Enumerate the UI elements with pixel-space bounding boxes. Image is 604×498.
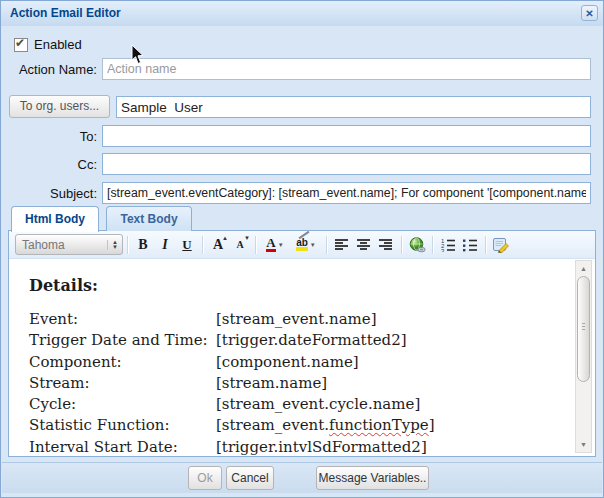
font-color-icon: A <box>266 237 275 252</box>
subject-label: Subject: <box>1 186 97 201</box>
align-center-icon <box>356 238 372 252</box>
to-label: To: <box>1 129 97 144</box>
cancel-button[interactable]: Cancel <box>226 466 274 490</box>
scroll-up-icon: ▲ <box>580 265 587 272</box>
toolbar-separator <box>401 236 402 254</box>
highlight-icon: ab <box>296 238 308 251</box>
toolbar-separator <box>202 236 203 254</box>
dropdown-arrow-icon: ▼ <box>278 242 284 248</box>
close-button[interactable]: ✕ <box>581 5 598 21</box>
font-color-button[interactable]: A ▼ <box>260 234 290 255</box>
editor-row-value: [trigger.dateFormatted2] <box>216 330 407 351</box>
shrink-font-button[interactable]: A ▼ <box>229 234 251 255</box>
dropdown-arrow-icon: ▼ <box>310 242 316 248</box>
editor-row-label: Event: <box>29 309 216 330</box>
ordered-list-button[interactable]: 123 <box>437 234 459 255</box>
enabled-checkbox[interactable]: ✔ <box>14 38 28 52</box>
shrink-arrow-icon: ▼ <box>244 235 250 241</box>
highlight-color-button[interactable]: ab ▼ <box>290 234 322 255</box>
align-left-button[interactable] <box>331 234 353 255</box>
editor-row: Component:[component.name] <box>29 352 566 373</box>
editor-rows: Event:[stream_event.name]Trigger Date an… <box>29 309 566 455</box>
scrollbar-thumb[interactable] <box>577 276 590 382</box>
toolbar-separator <box>485 236 486 254</box>
scrollbar-grip-icon <box>582 323 585 332</box>
titlebar[interactable]: Action Email Editor ✕ <box>1 1 603 26</box>
toolbar-separator <box>432 236 433 254</box>
editor-row-value: [stream_event.name] <box>216 309 377 330</box>
cc-input[interactable] <box>102 153 591 175</box>
toolbar-separator <box>326 236 327 254</box>
action-email-editor-dialog: Action Email Editor ✕ ✔ Enabled Action N… <box>0 0 604 498</box>
message-variables-button[interactable]: Message Variables.. <box>316 466 429 490</box>
editor-row-label: Statistic Function: <box>29 415 216 436</box>
ordered-list-icon: 123 <box>440 237 456 252</box>
editor-row-value: [component.name] <box>216 352 359 373</box>
body-tabs: Html Body Text Body <box>11 206 195 232</box>
spinner-down-icon: ▼ <box>112 245 118 250</box>
font-name: Tahoma <box>16 238 107 252</box>
ok-button[interactable]: Ok <box>188 466 222 490</box>
editor-row-value: [stream_event.cycle.name] <box>216 394 420 415</box>
svg-text:3: 3 <box>441 248 445 253</box>
editor-row-label: Stream: <box>29 373 216 394</box>
italic-button[interactable]: I <box>154 234 176 255</box>
align-center-button[interactable] <box>353 234 375 255</box>
toolbar-separator <box>127 236 128 254</box>
action-name-input[interactable] <box>102 58 591 80</box>
editor-scrollbar[interactable]: ▲ ▼ <box>575 260 592 453</box>
bullet-list-icon <box>462 237 478 252</box>
source-edit-icon <box>493 237 510 253</box>
subject-input[interactable] <box>102 182 591 204</box>
editor-row-label: Component: <box>29 352 216 373</box>
close-icon: ✕ <box>585 8 593 19</box>
cc-label: Cc: <box>1 157 97 172</box>
scroll-down-button[interactable]: ▼ <box>576 437 591 452</box>
editor-row: Statistic Function:[stream_event.functio… <box>29 415 566 436</box>
footer-bar: Ok Cancel Message Variables.. <box>2 462 602 493</box>
scroll-down-icon: ▼ <box>580 441 587 448</box>
check-icon: ✔ <box>15 36 25 50</box>
to-input[interactable] <box>102 125 591 147</box>
grow-font-button[interactable]: A ▲ <box>207 234 229 255</box>
globe-link-icon <box>409 237 426 253</box>
bold-button[interactable]: B <box>132 234 154 255</box>
to-org-users-button[interactable]: To org. users... <box>9 95 110 118</box>
editor-row-label: Cycle: <box>29 394 216 415</box>
editor-row: Trigger Date and Time:[trigger.dateForma… <box>29 330 566 351</box>
editor-row-value: [stream_event.functionType] <box>216 415 435 436</box>
align-right-icon <box>378 238 394 252</box>
editor-row-value: [stream.name] <box>216 373 327 394</box>
underline-button[interactable]: U <box>176 234 198 255</box>
html-body-panel: Tahoma ▲ ▼ B I U A ▲ A ▼ <box>8 230 596 457</box>
editor-row-value: [trigger.intvlSdFormatted2] <box>216 437 427 455</box>
editor-row-label: Interval Start Date: <box>29 437 216 455</box>
font-select[interactable]: Tahoma ▲ ▼ <box>15 234 123 255</box>
enabled-label: Enabled <box>34 37 82 52</box>
font-spinner[interactable]: ▲ ▼ <box>107 240 122 250</box>
tab-html-body[interactable]: Html Body <box>11 206 99 232</box>
grow-arrow-icon: ▲ <box>222 235 228 241</box>
editor-toolbar: Tahoma ▲ ▼ B I U A ▲ A ▼ <box>9 231 595 259</box>
insert-link-button[interactable] <box>406 234 428 255</box>
italic-icon: I <box>162 237 167 253</box>
editor-heading: Details: <box>29 276 566 295</box>
html-body-editor[interactable]: Details: Event:[stream_event.name]Trigge… <box>10 259 594 455</box>
bold-icon: B <box>138 237 147 253</box>
tab-text-body[interactable]: Text Body <box>106 206 191 231</box>
editor-row: Event:[stream_event.name] <box>29 309 566 330</box>
to-org-users-input[interactable] <box>116 96 591 118</box>
editor-row-label: Trigger Date and Time: <box>29 330 216 351</box>
align-right-button[interactable] <box>375 234 397 255</box>
editor-row: Cycle:[stream_event.cycle.name] <box>29 394 566 415</box>
misspelled-word: functionType <box>329 416 429 434</box>
source-edit-button[interactable] <box>490 234 512 255</box>
underline-icon: U <box>182 237 191 253</box>
bullet-list-button[interactable] <box>459 234 481 255</box>
editor-row: Interval Start Date:[trigger.intvlSdForm… <box>29 437 566 455</box>
editor-row: Stream:[stream.name] <box>29 373 566 394</box>
enabled-row: ✔ Enabled <box>14 37 82 52</box>
shrink-font-icon: A <box>236 239 243 250</box>
scroll-up-button[interactable]: ▲ <box>576 261 591 276</box>
toolbar-separator <box>255 236 256 254</box>
